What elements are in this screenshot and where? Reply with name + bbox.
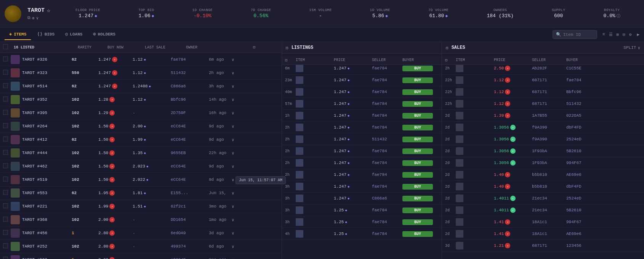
- buy-icon[interactable]: ⚡: [109, 230, 115, 236]
- listing-row[interactable]: 3h 1.25 ◆ fae784 BUY: [282, 216, 442, 228]
- item-expand-icon[interactable]: ∨: [232, 217, 239, 222]
- item-expand-icon[interactable]: ∨: [232, 151, 239, 156]
- listing-row[interactable]: 3h 1.25 ◆ fae784 BUY: [282, 204, 442, 216]
- items-row[interactable]: TAROT #326 62 1.247 ⚡ 1.12 ◆ fae784 6m a…: [0, 53, 282, 66]
- item-expand-icon[interactable]: ∨: [232, 257, 239, 259]
- item-checkbox[interactable]: [3, 163, 8, 168]
- listing-buy-button[interactable]: BUY: [402, 66, 433, 71]
- sale-row[interactable]: 2d 1.40 ⚡ b5b810 AE69e6: [442, 169, 644, 181]
- star-icon[interactable]: ☆: [47, 7, 50, 14]
- select-all-checkbox[interactable]: [3, 44, 8, 49]
- sale-row[interactable]: 2d 1.3056 ⚡ 1F93bA 994F67: [442, 157, 644, 169]
- sale-row[interactable]: 2d 1.41 ⚡ 18A1c1 994F67: [442, 216, 644, 228]
- item-checkbox[interactable]: [3, 137, 8, 142]
- chevron-down-icon[interactable]: ∨: [36, 16, 39, 21]
- globe-icon[interactable]: ⊕: [32, 16, 35, 21]
- item-checkbox[interactable]: [3, 150, 8, 155]
- item-checkbox[interactable]: [3, 217, 8, 222]
- item-checkbox[interactable]: [3, 230, 8, 235]
- listing-buy-button[interactable]: BUY: [402, 196, 433, 201]
- item-checkbox[interactable]: [3, 110, 8, 115]
- search-box[interactable]: 🔍: [553, 30, 597, 39]
- sale-row[interactable]: 22h 1.12 ⚡ 687171 511432: [442, 98, 644, 110]
- settings-icon[interactable]: ⚙: [628, 31, 633, 38]
- listing-row[interactable]: 2h 1.247 ◆ 511432 BUY: [282, 134, 442, 145]
- listing-buy-button[interactable]: BUY: [402, 89, 433, 95]
- buy-icon[interactable]: ⚡: [112, 84, 117, 89]
- item-expand-icon[interactable]: ∨: [232, 164, 239, 169]
- buy-icon[interactable]: ⚡: [109, 190, 115, 196]
- buy-icon[interactable]: ⚡: [109, 244, 115, 249]
- item-checkbox[interactable]: [3, 97, 8, 101]
- listing-buy-button[interactable]: BUY: [402, 172, 433, 178]
- listing-buy-button[interactable]: BUY: [402, 77, 433, 83]
- listing-buy-button[interactable]: BUY: [402, 231, 433, 237]
- item-expand-icon[interactable]: ∨: [232, 231, 239, 236]
- item-checkbox[interactable]: [3, 56, 8, 61]
- items-row[interactable]: TAROT #444 102 1.50 ⚡ 1.35 ◆ 9655EB 22h …: [0, 146, 282, 160]
- item-checkbox[interactable]: [3, 177, 8, 182]
- buy-icon[interactable]: ⚡: [109, 150, 115, 156]
- items-row[interactable]: TAROT #395 102 1.29 ⚡ - 2D750F 16h ago ∨: [0, 106, 282, 120]
- listing-buy-button[interactable]: BUY: [402, 208, 433, 213]
- buy-icon[interactable]: ⚡: [109, 177, 115, 182]
- buy-icon[interactable]: ⚡: [109, 257, 115, 259]
- grid-icon[interactable]: ⊞: [616, 31, 620, 38]
- sale-row[interactable]: 2d 1.4011 ⚡ 21ec34 5B2610: [442, 204, 644, 216]
- buy-icon[interactable]: ⚡: [109, 204, 115, 209]
- listing-row[interactable]: 23m 1.247 ◆ fae784 BUY: [282, 74, 442, 86]
- items-row[interactable]: TAROT #514 62 1.247 ⚡ 1.2488 ◆ C866a6 3h…: [0, 80, 282, 93]
- split-button[interactable]: SPLIT ∨: [623, 45, 640, 50]
- sale-row[interactable]: 2d 1.3056 ⚡ 1F93bA 5B2610: [442, 145, 644, 157]
- item-checkbox[interactable]: [3, 190, 8, 195]
- listing-row[interactable]: 40m 1.247 ◆ fae784 BUY: [282, 86, 442, 98]
- buy-icon[interactable]: ⚡: [112, 70, 117, 76]
- buy-icon[interactable]: ⚡: [112, 57, 117, 62]
- item-checkbox[interactable]: [3, 203, 8, 208]
- sale-row[interactable]: 2d 1.39 ⚡ 1A7B55 022OA5: [442, 110, 644, 122]
- tab-bids[interactable]: ⟨⟩ BIDS: [32, 29, 59, 40]
- copy-icon[interactable]: ⧉: [27, 16, 30, 21]
- buy-icon[interactable]: ⚡: [109, 164, 115, 169]
- sale-row[interactable]: 22h 1.12 ⚡ 687171 fae784: [442, 74, 644, 86]
- tab-items[interactable]: ◈ ITEMS: [5, 29, 31, 40]
- item-checkbox[interactable]: [3, 123, 8, 128]
- items-row[interactable]: TAROT #352 102 1.28 ⚡ 1.12 ◆ Bbfc96 14h …: [0, 93, 282, 106]
- listing-row[interactable]: 2h 1.247 ◆ fae784 BUY: [282, 122, 442, 134]
- listing-buy-button[interactable]: BUY: [402, 160, 433, 166]
- item-checkbox[interactable]: [3, 257, 8, 259]
- listing-row[interactable]: 3h 1.247 ◆ fae784 BUY: [282, 181, 442, 193]
- listing-row[interactable]: 4h 1.25 ◆ fae784 BUY: [282, 228, 442, 240]
- buy-icon[interactable]: ⚡: [109, 97, 115, 102]
- listing-buy-button[interactable]: BUY: [402, 148, 433, 154]
- listing-row[interactable]: 1h 1.247 ◆ fae784 BUY: [282, 110, 442, 122]
- item-expand-icon[interactable]: ∨: [232, 111, 239, 116]
- item-expand-icon[interactable]: ∨: [232, 244, 239, 249]
- items-row[interactable]: TAROT #252 102 2.80 ⚡ - 499374 6d ago ∨: [0, 240, 282, 253]
- listing-row[interactable]: 2h 1.247 ◆ fae784 BUY: [282, 157, 442, 169]
- item-expand-icon[interactable]: ∨: [232, 124, 239, 129]
- items-row[interactable]: TAROT #221 102 1.99 ⚡ 1.51 ◆ 62f2c1 3mo …: [0, 200, 282, 213]
- buy-icon[interactable]: ⚡: [109, 110, 115, 116]
- item-expand-icon[interactable]: ∨: [232, 84, 239, 89]
- list-icon[interactable]: ≡: [602, 31, 606, 38]
- sale-row[interactable]: 2d 1.3056 ⚡ f9A390 2524eD: [442, 134, 644, 145]
- list2-icon[interactable]: ☰: [608, 31, 614, 38]
- listing-buy-button[interactable]: BUY: [402, 137, 433, 142]
- listing-buy-button[interactable]: BUY: [402, 219, 433, 225]
- item-expand-icon[interactable]: ∨: [232, 97, 239, 102]
- items-row[interactable]: TAROT #523 1 2.90 ⚡ - eCC64E 1mo ago ∨: [0, 253, 282, 259]
- item-expand-icon[interactable]: ∨: [232, 71, 239, 76]
- item-expand-icon[interactable]: ∨: [232, 191, 239, 196]
- item-expand-icon[interactable]: ∨: [232, 57, 239, 62]
- items-row[interactable]: TAROT #323 550 1.247 ⚡ 1.12 ◆ 511432 2h …: [0, 66, 282, 80]
- sale-row[interactable]: 2d 1.40 ⚡ b5b810 dbF4FD: [442, 181, 644, 193]
- listing-row[interactable]: 2h 1.247 ◆ fae784 BUY: [282, 169, 442, 181]
- items-row[interactable]: TAROT #368 102 2.00 ⚡ - DD1654 1mo ago ∨: [0, 213, 282, 227]
- tab-loans[interactable]: ◎ LOANS: [61, 29, 87, 40]
- buy-icon[interactable]: ⚡: [109, 124, 115, 129]
- gallery-icon[interactable]: ⊟: [622, 31, 626, 38]
- sale-row[interactable]: 3d 1.21 ⚡ 687171 123456: [442, 240, 644, 252]
- listing-buy-button[interactable]: BUY: [402, 184, 433, 190]
- buy-icon[interactable]: ⚡: [109, 217, 115, 222]
